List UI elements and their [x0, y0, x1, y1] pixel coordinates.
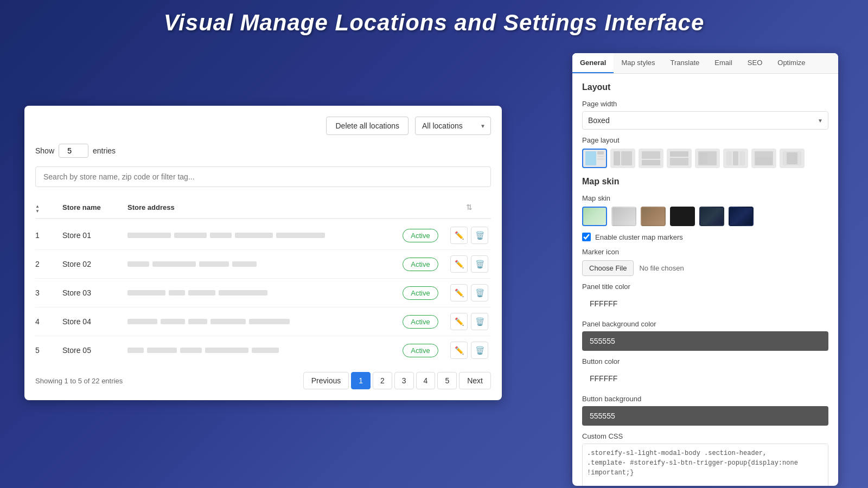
- row-number: 5: [35, 346, 62, 355]
- settings-body: Layout Page width Boxed Page layout: [572, 74, 838, 486]
- store-address: [127, 261, 393, 267]
- layout-option-7[interactable]: [751, 149, 776, 168]
- panel-bg-color-value[interactable]: 555555: [582, 331, 828, 351]
- table-header: ▲ ▼ Store name Store address ⇅: [35, 196, 491, 219]
- delete-button[interactable]: 🗑️: [471, 313, 488, 330]
- store-list-panel: Delete all locations All locations Show …: [24, 106, 502, 400]
- skin-dark-option[interactable]: [670, 207, 695, 226]
- page-width-label: Page width: [582, 100, 828, 108]
- panel-bg-color-label: Panel background color: [582, 320, 828, 328]
- svg-rect-4: [614, 151, 620, 165]
- page-1-button[interactable]: 1: [351, 372, 371, 389]
- map-skin-section: Map skin Map skin: [582, 177, 828, 226]
- skin-navy-option[interactable]: [699, 207, 724, 226]
- delete-button[interactable]: 🗑️: [471, 342, 488, 359]
- skin-light-option[interactable]: [582, 207, 607, 226]
- svg-rect-18: [787, 152, 797, 164]
- button-color-value[interactable]: FFFFFF: [582, 369, 828, 388]
- tab-seo[interactable]: SEO: [740, 53, 770, 73]
- edit-button[interactable]: ✏️: [450, 227, 468, 244]
- row-number: 4: [35, 317, 62, 326]
- tab-general[interactable]: General: [572, 53, 614, 73]
- cluster-checkbox-row: Enable cluster map markers: [582, 233, 828, 241]
- store-address: [127, 290, 393, 296]
- custom-css-textarea[interactable]: .storeify-sl-light-modal-body .section-h…: [582, 444, 828, 486]
- svg-rect-14: [739, 151, 745, 165]
- skin-gray-option[interactable]: [611, 207, 636, 226]
- svg-rect-13: [733, 151, 738, 165]
- show-label: Show: [35, 146, 54, 155]
- page-4-button[interactable]: 4: [416, 372, 436, 389]
- locations-filter-wrapper: All locations: [415, 117, 491, 135]
- layout-section-title: Layout: [582, 82, 828, 92]
- delete-button[interactable]: 🗑️: [471, 284, 488, 301]
- panel-title-color-label: Panel title color: [582, 282, 828, 291]
- store-address: [127, 233, 393, 238]
- layout-option-1[interactable]: [582, 149, 607, 168]
- panel-title-color-value[interactable]: FFFFFF: [582, 294, 828, 313]
- col-store-address-header: Store address: [127, 203, 175, 211]
- page-2-button[interactable]: 2: [373, 372, 392, 389]
- page-layout-label: Page layout: [582, 136, 828, 144]
- svg-rect-6: [642, 151, 660, 159]
- tab-optimize[interactable]: Optimize: [770, 53, 813, 73]
- skin-blue-option[interactable]: [729, 207, 754, 226]
- layout-option-3[interactable]: [639, 149, 663, 168]
- map-skin-section-title: Map skin: [582, 177, 828, 187]
- status-badge: Active: [403, 344, 438, 357]
- choose-file-button[interactable]: Choose File: [582, 260, 634, 276]
- layout-option-2[interactable]: [610, 149, 635, 168]
- showing-text: Showing 1 to 5 of 22 entries: [35, 377, 123, 385]
- row-number: 1: [35, 231, 62, 240]
- svg-rect-16: [756, 157, 772, 165]
- skin-earth-option[interactable]: [641, 207, 666, 226]
- table-footer: Showing 1 to 5 of 22 entries Previous 1 …: [35, 372, 491, 389]
- row-actions: ✏️ 🗑️: [448, 255, 491, 273]
- entries-count-input[interactable]: [59, 144, 88, 158]
- button-bg-label: Button background: [582, 395, 828, 403]
- next-button[interactable]: Next: [459, 372, 491, 389]
- layout-option-6[interactable]: [723, 149, 748, 168]
- svg-rect-3: [597, 158, 604, 160]
- previous-button[interactable]: Previous: [303, 372, 349, 389]
- store-name: Store 02: [62, 260, 127, 268]
- edit-button[interactable]: ✏️: [450, 255, 468, 273]
- col-actions-sort[interactable]: ⇅: [466, 203, 473, 211]
- layout-option-8[interactable]: [780, 149, 805, 168]
- row-number: 3: [35, 288, 62, 297]
- edit-button[interactable]: ✏️: [450, 313, 468, 330]
- page-width-select[interactable]: Boxed: [582, 111, 828, 130]
- layout-option-4[interactable]: [667, 149, 692, 168]
- layout-option-5[interactable]: [695, 149, 720, 168]
- col-store-name-header: Store name: [62, 203, 101, 211]
- table-row: 2 Store 02 Active ✏️ 🗑️: [35, 250, 491, 279]
- svg-rect-12: [726, 151, 732, 165]
- svg-rect-5: [621, 151, 632, 165]
- tab-email[interactable]: Email: [707, 53, 740, 73]
- tab-map-styles[interactable]: Map styles: [614, 53, 662, 73]
- delete-button[interactable]: 🗑️: [471, 255, 488, 273]
- cluster-checkbox[interactable]: [582, 233, 591, 241]
- svg-rect-1: [597, 151, 604, 155]
- edit-button[interactable]: ✏️: [450, 284, 468, 301]
- row-actions: ✏️ 🗑️: [448, 284, 491, 301]
- delete-all-button[interactable]: Delete all locations: [326, 117, 409, 135]
- show-entries-row: Show entries: [35, 144, 491, 158]
- delete-button[interactable]: 🗑️: [471, 227, 488, 244]
- sort-icon[interactable]: ▲ ▼: [35, 204, 40, 214]
- button-bg-value[interactable]: 555555: [582, 406, 828, 426]
- store-address: [127, 348, 393, 353]
- search-input[interactable]: [35, 166, 491, 187]
- tab-translate[interactable]: Translate: [663, 53, 707, 73]
- store-status: Active: [393, 344, 448, 357]
- locations-filter-select[interactable]: All locations: [415, 117, 491, 135]
- settings-panel: General Map styles Translate Email SEO O…: [572, 53, 838, 486]
- page-3-button[interactable]: 3: [394, 372, 414, 389]
- search-row: [35, 166, 491, 187]
- page-5-button[interactable]: 5: [437, 372, 457, 389]
- row-number: 2: [35, 260, 62, 268]
- store-name: Store 03: [62, 288, 127, 297]
- layout-options: [582, 149, 828, 168]
- row-actions: ✏️ 🗑️: [448, 227, 491, 244]
- edit-button[interactable]: ✏️: [450, 342, 468, 359]
